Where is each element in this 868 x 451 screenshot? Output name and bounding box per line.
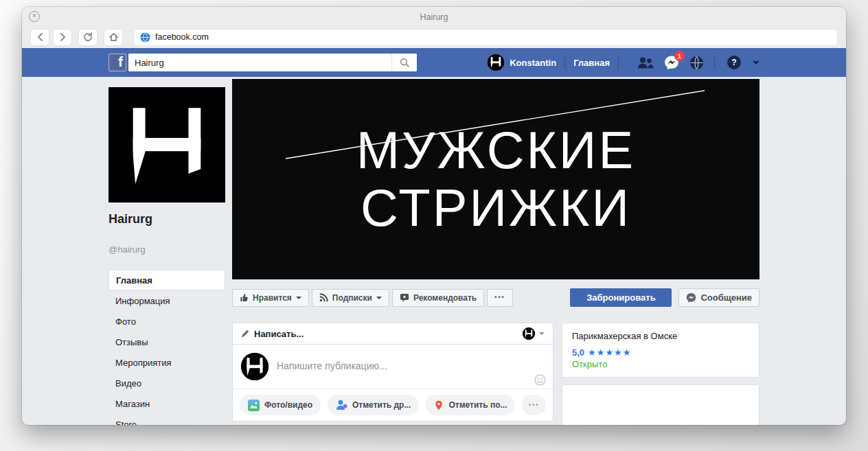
sidebar-item-shop[interactable]: Магазин	[108, 393, 225, 414]
notifications-globe-icon	[689, 56, 704, 70]
url-bar[interactable]: facebook.com	[133, 29, 838, 46]
page-nav: Главная Информация Фото Отзывы Мероприят…	[108, 270, 225, 425]
page-title: Hairurg	[108, 212, 225, 227]
cover-photo[interactable]: МУЖСКИЕ СТРИЖКИ	[232, 79, 760, 279]
composer-more-button[interactable]: •••	[522, 395, 546, 415]
composer-tab-label[interactable]: Написать...	[254, 329, 304, 339]
checkin-pin-icon	[434, 400, 444, 411]
messenger-badge: 1	[674, 51, 685, 61]
like-button[interactable]: Нравится	[232, 289, 309, 307]
message-button[interactable]: Сообщение	[678, 288, 760, 307]
page-category[interactable]: Парикмахерская в Омске	[572, 331, 749, 341]
book-button[interactable]: Забронировать	[570, 288, 672, 307]
right-column: Парикмахерская в Омске 5,0 ★★★★★ Открыто	[562, 323, 760, 425]
notifications-button[interactable]	[689, 56, 704, 70]
post-composer: Написать... Н	[232, 323, 553, 421]
page-action-bar: Нравится Подписки Рекоме	[232, 288, 760, 307]
divider	[714, 56, 715, 69]
check-in-button[interactable]: Отметить по...	[426, 395, 515, 415]
home-link[interactable]: Главная	[573, 58, 610, 68]
follow-icon	[319, 293, 328, 302]
account-menu-caret-icon[interactable]	[753, 61, 760, 65]
window-title: Hairurg	[22, 7, 846, 27]
main-column: МУЖСКИЕ СТРИЖКИ Нравится	[232, 79, 760, 425]
recommend-icon	[400, 293, 409, 303]
emoji-button[interactable]	[534, 374, 546, 386]
titlebar: ✕ Hairurg	[22, 7, 846, 26]
message-icon	[686, 292, 696, 303]
window-close-icon[interactable]: ✕	[29, 11, 40, 22]
rating-value: 5,0	[572, 347, 584, 358]
follow-button[interactable]: Подписки	[312, 289, 389, 307]
sidebar-item-reviews[interactable]: Отзывы	[108, 332, 225, 352]
home-button[interactable]	[104, 29, 123, 46]
sidebar-item-store[interactable]: Store	[108, 414, 225, 425]
user-avatar[interactable]	[488, 54, 504, 71]
sidebar-item-events[interactable]: Мероприятия	[108, 352, 225, 373]
facebook-header: f Konstantin Главная	[22, 48, 846, 77]
more-icon: •••	[494, 294, 505, 301]
page-info-card: Парикмахерская в Омске 5,0 ★★★★★ Открыто	[562, 323, 760, 378]
sidebar-item-videos[interactable]: Видео	[108, 373, 225, 393]
page-handle: @hairurg	[108, 244, 225, 255]
back-icon	[37, 33, 43, 41]
search-button[interactable]	[391, 54, 417, 71]
rating-stars-icon[interactable]: ★★★★★	[588, 347, 631, 358]
facebook-logo[interactable]: f	[108, 54, 126, 71]
divider	[564, 56, 565, 69]
sidebar-item-home[interactable]: Главная	[108, 270, 225, 290]
caret-down-icon	[296, 297, 301, 299]
browser-window: ✕ Hairurg facebook.com f	[22, 7, 846, 425]
url-text[interactable]: facebook.com	[155, 32, 209, 42]
tag-friends-button[interactable]: Отметить др...	[328, 395, 419, 415]
next-card	[562, 384, 760, 425]
search-box	[128, 54, 417, 71]
composer-header: Написать...	[233, 323, 553, 345]
posting-as-page-icon[interactable]	[523, 327, 535, 340]
composer-body: Напишите публикацию...	[233, 345, 553, 389]
pencil-icon	[241, 329, 249, 338]
page-body: Hairurg @hairurg Главная Информация Фото…	[22, 77, 846, 425]
composer-footer: Фото/видео Отметить др...	[233, 389, 553, 421]
page-sidebar: Hairurg @hairurg Главная Информация Фото…	[108, 87, 225, 425]
caret-down-icon[interactable]	[539, 332, 545, 335]
photo-video-button[interactable]: Фото/видео	[240, 395, 321, 415]
sidebar-item-photos[interactable]: Фото	[108, 311, 225, 332]
divider	[618, 56, 619, 69]
tag-friends-icon	[336, 400, 347, 410]
reload-icon	[83, 32, 93, 42]
recommend-button[interactable]: Рекомендовать	[392, 289, 484, 307]
emoji-icon	[534, 374, 546, 386]
more-icon: •••	[529, 402, 539, 408]
forward-icon	[60, 33, 66, 41]
sidebar-item-info[interactable]: Информация	[108, 290, 225, 311]
friend-requests-icon	[637, 57, 654, 69]
browser-toolbar: facebook.com	[22, 26, 846, 48]
search-input[interactable]	[128, 54, 391, 71]
post-text-input[interactable]: Напишите публикацию...	[277, 360, 387, 371]
composer-page-avatar	[241, 353, 269, 380]
more-actions-button[interactable]: •••	[487, 289, 512, 307]
back-button[interactable]	[30, 29, 49, 46]
messenger-button[interactable]: 1	[664, 55, 679, 70]
reload-button[interactable]	[78, 29, 98, 46]
site-favicon-globe-icon	[140, 32, 150, 43]
open-status: Открыто	[572, 359, 749, 369]
page-avatar[interactable]	[108, 87, 225, 203]
friend-requests-button[interactable]	[637, 57, 654, 69]
photo-icon	[248, 400, 260, 411]
search-icon	[400, 58, 410, 68]
help-icon: ?	[727, 56, 741, 69]
forward-button[interactable]	[53, 29, 72, 46]
profile-link[interactable]: Konstantin	[510, 58, 556, 68]
like-icon	[240, 293, 249, 302]
help-button[interactable]: ?	[727, 56, 741, 69]
cover-text: МУЖСКИЕ СТРИЖКИ	[232, 122, 760, 237]
caret-down-icon	[376, 297, 382, 299]
home-icon	[109, 33, 118, 41]
